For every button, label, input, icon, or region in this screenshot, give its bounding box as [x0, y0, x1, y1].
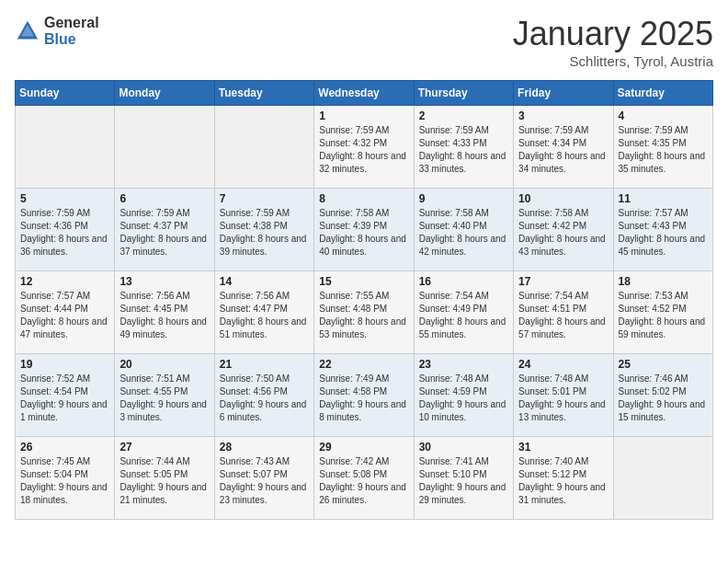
page-header: General Blue January 2025 Schlitters, Ty… [15, 15, 713, 69]
day-info: Sunrise: 7:54 AM Sunset: 4:51 PM Dayligh… [518, 290, 608, 341]
day-info: Sunrise: 7:52 AM Sunset: 4:54 PM Dayligh… [20, 373, 109, 424]
calendar-cell [115, 106, 214, 189]
day-info: Sunrise: 7:54 AM Sunset: 4:49 PM Dayligh… [419, 290, 508, 341]
day-number: 8 [319, 192, 408, 205]
day-number: 11 [619, 192, 708, 205]
weekday-header-row: SundayMondayTuesdayWednesdayThursdayFrid… [16, 81, 713, 106]
calendar-cell: 16Sunrise: 7:54 AM Sunset: 4:49 PM Dayli… [414, 271, 513, 354]
day-info: Sunrise: 7:48 AM Sunset: 4:59 PM Dayligh… [419, 373, 508, 424]
day-number: 26 [20, 441, 109, 454]
calendar-cell: 15Sunrise: 7:55 AM Sunset: 4:48 PM Dayli… [314, 271, 414, 354]
weekday-header: Saturday [613, 81, 712, 106]
calendar-week-row: 12Sunrise: 7:57 AM Sunset: 4:44 PM Dayli… [16, 271, 713, 354]
day-number: 21 [220, 358, 309, 371]
day-info: Sunrise: 7:58 AM Sunset: 4:40 PM Dayligh… [419, 207, 508, 259]
calendar-cell: 20Sunrise: 7:51 AM Sunset: 4:55 PM Dayli… [115, 354, 214, 437]
logo-blue: Blue [44, 31, 99, 48]
day-number: 17 [518, 275, 608, 288]
day-number: 5 [20, 192, 109, 205]
day-number: 13 [119, 275, 209, 288]
day-info: Sunrise: 7:59 AM Sunset: 4:37 PM Dayligh… [119, 207, 209, 259]
calendar-table: SundayMondayTuesdayWednesdayThursdayFrid… [15, 80, 713, 520]
logo-text: General Blue [44, 15, 99, 47]
calendar-week-row: 5Sunrise: 7:59 AM Sunset: 4:36 PM Daylig… [16, 189, 713, 271]
day-info: Sunrise: 7:53 AM Sunset: 4:52 PM Dayligh… [619, 290, 708, 341]
calendar-cell: 7Sunrise: 7:59 AM Sunset: 4:38 PM Daylig… [214, 189, 313, 271]
calendar-subtitle: Schlitters, Tyrol, Austria [513, 53, 713, 69]
day-number: 20 [119, 358, 209, 371]
calendar-cell: 3Sunrise: 7:59 AM Sunset: 4:34 PM Daylig… [514, 106, 613, 189]
calendar-cell: 29Sunrise: 7:42 AM Sunset: 5:08 PM Dayli… [314, 437, 414, 520]
day-number: 23 [419, 358, 508, 371]
day-info: Sunrise: 7:56 AM Sunset: 4:45 PM Dayligh… [119, 290, 209, 341]
calendar-cell: 31Sunrise: 7:40 AM Sunset: 5:12 PM Dayli… [514, 437, 613, 520]
day-number: 15 [319, 275, 408, 288]
day-number: 28 [220, 441, 309, 454]
weekday-header: Friday [514, 81, 613, 106]
day-number: 24 [518, 358, 608, 371]
day-info: Sunrise: 7:59 AM Sunset: 4:36 PM Dayligh… [20, 207, 109, 259]
day-number: 29 [319, 441, 408, 454]
calendar-week-row: 1Sunrise: 7:59 AM Sunset: 4:32 PM Daylig… [16, 106, 713, 189]
calendar-week-row: 19Sunrise: 7:52 AM Sunset: 4:54 PM Dayli… [16, 354, 713, 437]
day-info: Sunrise: 7:55 AM Sunset: 4:48 PM Dayligh… [319, 290, 408, 341]
calendar-cell: 30Sunrise: 7:41 AM Sunset: 5:10 PM Dayli… [414, 437, 513, 520]
day-number: 3 [518, 109, 608, 122]
calendar-cell [16, 106, 115, 189]
day-info: Sunrise: 7:45 AM Sunset: 5:04 PM Dayligh… [20, 455, 109, 507]
calendar-cell: 2Sunrise: 7:59 AM Sunset: 4:33 PM Daylig… [414, 106, 513, 189]
calendar-cell: 8Sunrise: 7:58 AM Sunset: 4:39 PM Daylig… [314, 189, 414, 271]
weekday-header: Wednesday [314, 81, 414, 106]
day-info: Sunrise: 7:48 AM Sunset: 5:01 PM Dayligh… [518, 373, 608, 424]
calendar-title: January 2025 [513, 15, 713, 53]
day-number: 7 [220, 192, 309, 205]
calendar-cell: 5Sunrise: 7:59 AM Sunset: 4:36 PM Daylig… [16, 189, 115, 271]
calendar-cell: 24Sunrise: 7:48 AM Sunset: 5:01 PM Dayli… [514, 354, 613, 437]
calendar-cell: 26Sunrise: 7:45 AM Sunset: 5:04 PM Dayli… [16, 437, 115, 520]
day-info: Sunrise: 7:59 AM Sunset: 4:35 PM Dayligh… [619, 124, 708, 176]
weekday-header: Thursday [414, 81, 513, 106]
day-info: Sunrise: 7:58 AM Sunset: 4:39 PM Dayligh… [319, 207, 408, 259]
day-info: Sunrise: 7:57 AM Sunset: 4:44 PM Dayligh… [20, 290, 109, 341]
calendar-cell: 22Sunrise: 7:49 AM Sunset: 4:58 PM Dayli… [314, 354, 414, 437]
day-number: 4 [619, 109, 708, 122]
day-info: Sunrise: 7:51 AM Sunset: 4:55 PM Dayligh… [119, 373, 209, 424]
day-number: 2 [419, 109, 508, 122]
day-info: Sunrise: 7:42 AM Sunset: 5:08 PM Dayligh… [319, 455, 408, 507]
calendar-cell: 28Sunrise: 7:43 AM Sunset: 5:07 PM Dayli… [214, 437, 313, 520]
weekday-header: Tuesday [214, 81, 313, 106]
day-number: 1 [319, 109, 408, 122]
day-info: Sunrise: 7:41 AM Sunset: 5:10 PM Dayligh… [419, 455, 508, 507]
day-number: 14 [220, 275, 309, 288]
calendar-cell: 21Sunrise: 7:50 AM Sunset: 4:56 PM Dayli… [214, 354, 313, 437]
day-info: Sunrise: 7:56 AM Sunset: 4:47 PM Dayligh… [220, 290, 309, 341]
logo-general: General [44, 15, 99, 31]
day-number: 12 [20, 275, 109, 288]
calendar-cell [613, 437, 712, 520]
day-info: Sunrise: 7:57 AM Sunset: 4:43 PM Dayligh… [619, 207, 708, 259]
day-number: 25 [619, 358, 708, 371]
calendar-cell: 27Sunrise: 7:44 AM Sunset: 5:05 PM Dayli… [115, 437, 214, 520]
day-number: 22 [319, 358, 408, 371]
day-number: 27 [119, 441, 209, 454]
day-info: Sunrise: 7:49 AM Sunset: 4:58 PM Dayligh… [319, 373, 408, 424]
title-block: January 2025 Schlitters, Tyrol, Austria [513, 15, 713, 69]
calendar-cell: 10Sunrise: 7:58 AM Sunset: 4:42 PM Dayli… [514, 189, 613, 271]
day-info: Sunrise: 7:43 AM Sunset: 5:07 PM Dayligh… [220, 455, 309, 507]
logo-icon [15, 18, 40, 44]
calendar-cell [214, 106, 313, 189]
day-info: Sunrise: 7:44 AM Sunset: 5:05 PM Dayligh… [119, 455, 209, 507]
calendar-cell: 19Sunrise: 7:52 AM Sunset: 4:54 PM Dayli… [16, 354, 115, 437]
day-info: Sunrise: 7:59 AM Sunset: 4:34 PM Dayligh… [518, 124, 608, 176]
calendar-cell: 17Sunrise: 7:54 AM Sunset: 4:51 PM Dayli… [514, 271, 613, 354]
calendar-cell: 4Sunrise: 7:59 AM Sunset: 4:35 PM Daylig… [613, 106, 712, 189]
day-number: 18 [619, 275, 708, 288]
day-number: 16 [419, 275, 508, 288]
calendar-cell: 18Sunrise: 7:53 AM Sunset: 4:52 PM Dayli… [613, 271, 712, 354]
day-info: Sunrise: 7:59 AM Sunset: 4:32 PM Dayligh… [319, 124, 408, 176]
calendar-cell: 25Sunrise: 7:46 AM Sunset: 5:02 PM Dayli… [613, 354, 712, 437]
calendar-week-row: 26Sunrise: 7:45 AM Sunset: 5:04 PM Dayli… [16, 437, 713, 520]
day-number: 30 [419, 441, 508, 454]
day-info: Sunrise: 7:59 AM Sunset: 4:33 PM Dayligh… [419, 124, 508, 176]
day-info: Sunrise: 7:58 AM Sunset: 4:42 PM Dayligh… [518, 207, 608, 259]
